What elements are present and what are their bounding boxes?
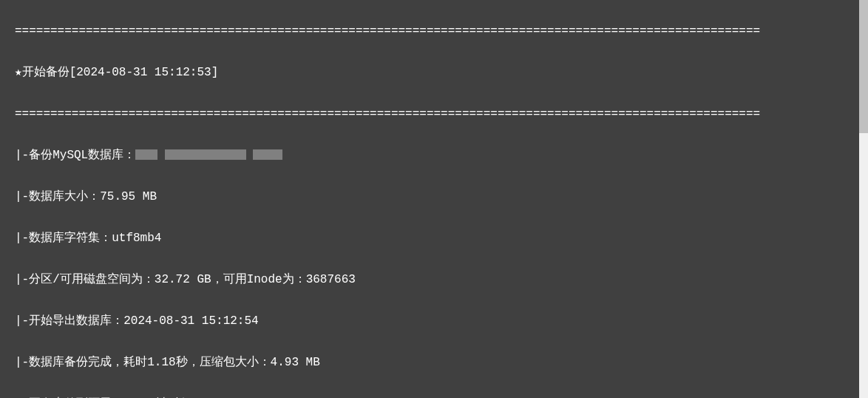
export-value: 2024-08-31 15:12:54 (123, 314, 258, 328)
terminal-output: ========================================… (0, 0, 868, 398)
backup-done-label: |-数据库备份完成，耗时1.18秒，压缩包大小： (15, 356, 271, 369)
redacted-block (165, 149, 246, 160)
star-icon: ★开始备份[ (15, 66, 76, 79)
disk-value: 32.72 GB，可用Inode为：3687663 (155, 273, 356, 286)
scrollbar-track[interactable] (859, 0, 868, 398)
export-label: |-开始导出数据库： (15, 314, 123, 328)
db-size-value: 75.95 MB (100, 190, 157, 203)
bracket-close: ] (211, 66, 219, 79)
backup-done-value: 4.93 MB (271, 356, 320, 369)
db-size-line: |-数据库大小：75.95 MB (0, 186, 868, 207)
charset-line: |-数据库字符集：utf8mb4 (0, 228, 868, 249)
start-backup-line: ★开始备份[2024-08-31 15:12:53] (0, 62, 868, 83)
charset-label: |-数据库字符集： (15, 232, 112, 245)
scrollbar-thumb[interactable] (859, 0, 868, 133)
start-timestamp: 2024-08-31 15:12:53 (76, 66, 211, 79)
redacted-block (253, 149, 282, 160)
db-name-line: |-备份MySQL数据库： (0, 145, 868, 166)
disk-label: |-分区/可用磁盘空间为： (15, 273, 155, 286)
backup-done-line: |-数据库备份完成，耗时1.18秒，压缩包大小：4.93 MB (0, 352, 868, 373)
export-start-line: |-开始导出数据库：2024-08-31 15:12:54 (0, 311, 868, 331)
uploading-line: |-正在上传到阿里云OSS，请稍候... (0, 394, 868, 398)
redacted-block (135, 149, 157, 160)
charset-value: utf8mb4 (112, 232, 161, 245)
disk-space-line: |-分区/可用磁盘空间为：32.72 GB，可用Inode为：3687663 (0, 269, 868, 290)
divider-line: ========================================… (0, 104, 868, 124)
db-size-label: |-数据库大小： (15, 190, 100, 203)
divider-line: ========================================… (0, 21, 868, 41)
db-label: |-备份MySQL数据库： (15, 149, 135, 162)
